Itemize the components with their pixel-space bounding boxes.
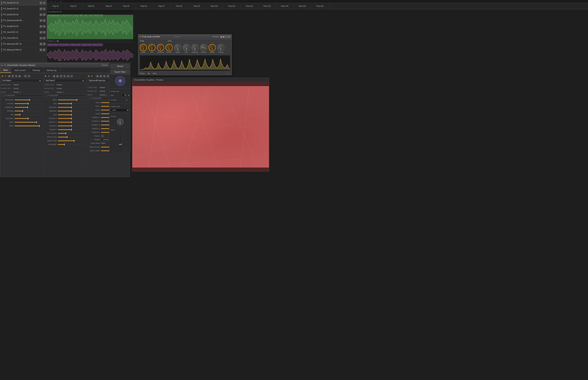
col-c-expand[interactable]: ☰ [11,75,14,77]
col-a-radio[interactable] [45,75,47,77]
param-alpha-c-thumb[interactable] [39,125,39,127]
knob-vol-lfo[interactable] [183,44,190,51]
inst-mute-6[interactable]: ● [39,37,42,39]
col-a-more[interactable]: ⊞ [67,75,69,77]
inst-mute-1[interactable]: ● [39,7,42,10]
col-c-next[interactable]: ▶ [19,75,21,77]
to-buffer-c[interactable]: TO BUFFER [1,94,42,97]
plugin-close-btn[interactable]: ✕ [228,36,231,38]
pad-cell-15[interactable]: Pad #15 [294,3,311,9]
mesh-arrow-c[interactable]: ▶ [20,91,21,93]
instrument-row-3[interactable]: PO_BeatAmpedA130... ● ≡ [0,18,47,23]
knob-phase[interactable] [217,44,224,51]
col-a-link[interactable]: ⊕ [63,75,66,77]
rotate-knob[interactable] [117,119,123,125]
param-size-thumb[interactable] [71,114,72,116]
track-2-add[interactable]: + [55,40,56,42]
to-buffer-a[interactable]: TO BUFFER [44,94,86,97]
param-pos-x-a-thumb[interactable] [71,117,72,120]
pad-cell-8[interactable]: Pad #8 [170,3,188,9]
inst-mute-2[interactable]: ● [39,13,42,16]
param-alpha-c-slider[interactable] [15,126,42,126]
pad-cell-5[interactable]: Pad #5 [118,3,135,9]
param-saturation-a-slider[interactable] [58,107,86,108]
col-b-expand[interactable]: ☰ [103,75,106,77]
pad-cell-11[interactable]: Pad #11 [223,3,241,9]
instrument-row-4[interactable]: PO_BeatB130-03 ● ≡ [0,23,47,29]
col-c-more[interactable]: ⊞ [24,75,27,77]
col-b-radio[interactable] [88,75,90,77]
col-a-expand[interactable]: ☰ [60,75,62,77]
param-pos-y-a-slider[interactable] [58,122,86,122]
col-a-preset[interactable]: StarTaser2 ▶ [44,79,86,82]
param-spawn-rate-thumb[interactable] [74,140,74,142]
param-resolution-thumb[interactable] [29,99,30,101]
plugin-prev-btn[interactable]: ◀ [220,36,222,38]
wrap-mode-arrow[interactable]: ▶ [104,142,106,144]
pad-cell-2[interactable]: Pad #2 [65,3,82,9]
inst-solo-0[interactable]: ≡ [43,1,46,4]
aspect-ratio-select[interactable]: 16:9 [111,109,130,112]
param-spread-y-thumb[interactable] [71,129,72,131]
param-brightness-slider[interactable] [15,107,42,108]
zgame-tab-add-content[interactable]: Add content [11,68,29,73]
zoom-thumb[interactable] [119,144,122,145]
inst-solo-5[interactable]: ≡ [43,31,46,34]
pad-cell-12[interactable]: Pad #12 [241,3,258,9]
pad-cell-14[interactable]: Pad #14 [276,3,294,9]
param-hue-c-slider[interactable] [15,114,42,115]
param-resolution-slider[interactable] [15,100,42,100]
pad-cell-13[interactable]: Pad #13 [258,3,276,9]
param-value-thumb[interactable] [36,121,37,123]
param-spread-y-slider[interactable] [58,129,86,130]
col-b-next[interactable]: ▶ [99,75,102,77]
wizard-button[interactable]: Wizard [111,64,130,69]
param-spread-x-thumb[interactable] [71,125,72,127]
inst-mute-8[interactable]: ● [39,49,42,51]
knob-shape[interactable] [200,44,207,51]
plugin-min-btn[interactable]: ─ [225,36,228,38]
frame-max-arrow[interactable]: ▶ [128,94,130,96]
pad-cell-10[interactable]: Pad #10 [206,3,223,9]
inst-mute-5[interactable]: ● [39,31,42,34]
inst-solo-6[interactable]: ≡ [43,37,46,39]
plugin-next-btn[interactable]: ▶ [222,36,225,38]
param-shading-slider[interactable] [15,111,42,111]
param-shading-thumb[interactable] [22,110,23,112]
instrument-row-6[interactable]: PO_Sive130A-01 ● ≡ [0,35,47,41]
param-hue-a-thumb[interactable] [71,103,72,105]
inst-mute-7[interactable]: ● [39,43,42,45]
col-a-copy[interactable]: ⊡ [70,75,73,77]
param-alpha-a-thumb[interactable] [77,99,77,101]
col-a-prev[interactable]: ◀ [53,75,55,77]
zgame-tab-debug[interactable]: Debug log [43,68,60,73]
knob-vol-peak[interactable] [148,44,156,51]
inst-solo-4[interactable]: ≡ [43,25,46,28]
mesh-arrow-a[interactable]: ▶ [63,91,64,93]
knob-base-lfo[interactable] [174,44,181,51]
knob-tension-peak[interactable] [157,44,164,51]
param-contrast-slider[interactable] [15,103,42,104]
instrument-row-8[interactable]: PO_Massaw130A-01 ● ≡ [0,47,47,53]
pad-cell-7[interactable]: Pad #7 [153,3,170,9]
param-brightness-thumb[interactable] [27,106,28,108]
inst-solo-2[interactable]: ≡ [43,13,46,16]
pad-cell-9[interactable]: Pad #9 [188,3,206,9]
param-lineweight-thumb[interactable] [64,143,65,146]
mesh-arrow-b[interactable]: ▶ [106,94,107,96]
param-lineweight-slider[interactable] [58,144,86,145]
zgame-tab-settings[interactable]: Settings [29,68,44,73]
knob-base-peak[interactable] [140,44,147,51]
col-c-link[interactable]: ⊕ [15,75,18,77]
pad-cell-6[interactable]: Pad #6 [135,3,153,9]
param-saturation-c-slider[interactable] [15,118,42,119]
export-video-button[interactable]: Export Video [111,70,130,74]
param-size-slider[interactable] [58,114,86,115]
inst-solo-1[interactable]: ≡ [43,7,46,10]
pad-cell-1[interactable]: Pad #1 [47,3,65,9]
instrument-row-1[interactable]: PO_BeatA130-12 ● ≡ [0,6,47,12]
param-value-slider[interactable] [15,122,42,122]
param-saturation-a-thumb[interactable] [71,106,72,108]
col-a-next[interactable]: ▶ [56,75,59,77]
zgame-expand-icon[interactable]: ▶ [1,64,3,66]
